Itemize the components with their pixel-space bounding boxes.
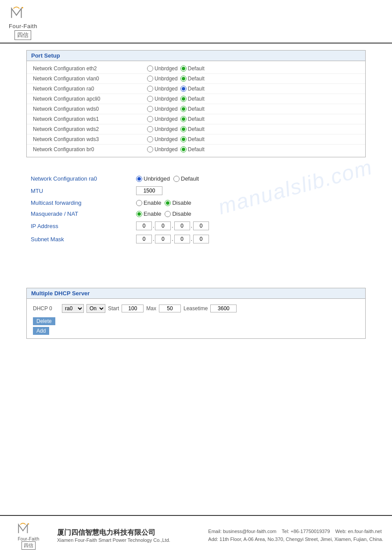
masquerade-enable-radio[interactable] — [136, 211, 142, 217]
unbridged-option-br0[interactable]: Unbrdged — [147, 146, 178, 152]
config-row-wds1: Network Configuration wds1 Unbrdged Defa… — [27, 114, 365, 124]
subnet-octet-4[interactable] — [193, 235, 209, 243]
detail-row-subnet: Subnet Mask . . . — [31, 232, 361, 246]
default-radio-wds3[interactable] — [180, 136, 187, 142]
default-option-wds3[interactable]: Default — [180, 136, 205, 142]
subnet-value-container: . . . — [136, 235, 209, 243]
logo-area: Four-Faith 四信 — [9, 4, 37, 40]
config-row-br0: Network Configuration br0 Unbrdged Defau… — [27, 145, 365, 154]
dhcp-leasetime-input[interactable] — [210, 305, 237, 312]
footer-company-name-block: 厦门四信智慧电力科技有限公司 Xiamen Four-Faith Smart P… — [57, 528, 170, 543]
unbridged-option-ra0[interactable]: Unbrdged — [147, 86, 178, 92]
default-option-ra0[interactable]: Default — [180, 86, 205, 92]
default-radio-ra0[interactable] — [180, 86, 187, 92]
default-option-apcli0[interactable]: Default — [180, 96, 205, 102]
default-option-wds1[interactable]: Default — [180, 116, 205, 122]
masquerade-enable-option[interactable]: Enable — [136, 210, 161, 217]
multicast-disable-radio[interactable] — [165, 200, 171, 206]
unbridged-radio-apcli0[interactable] — [147, 96, 153, 102]
unbridged-detail-radio[interactable] — [136, 176, 142, 182]
unbridged-option-wds0[interactable]: Unbrdged — [147, 106, 178, 112]
config-row-wds0: Network Configuration wds0 Unbrdged Defa… — [27, 104, 365, 114]
unbridged-radio-br0[interactable] — [147, 146, 153, 152]
unbridged-detail-option[interactable]: Unbridged — [136, 175, 170, 182]
radio-group-apcli0: Unbrdged Default — [147, 96, 205, 102]
footer-web-value: en.four-faith.net — [348, 529, 381, 534]
default-option-wds2[interactable]: Default — [180, 126, 205, 132]
config-label-wds3: Network Configuration wds3 — [33, 136, 147, 142]
default-detail-radio[interactable] — [173, 176, 180, 182]
config-label-wds0: Network Configuration wds0 — [33, 106, 147, 112]
multicast-disable-option[interactable]: Disable — [165, 200, 191, 206]
config-row-vlan0: Network Configuration vlan0 Unbrdged Def… — [27, 74, 365, 84]
unbridged-option-wds1[interactable]: Unbrdged — [147, 116, 178, 122]
config-row-apcli0: Network Configuration apcli0 Unbrdged De… — [27, 94, 365, 104]
unbridged-radio-eth2[interactable] — [147, 65, 153, 72]
multicast-enable-radio[interactable] — [136, 200, 142, 206]
detail-row-ip: IP Address . . . — [31, 219, 361, 232]
default-radio-wds2[interactable] — [180, 126, 187, 132]
radio-group-vlan0: Unbrdged Default — [147, 76, 205, 82]
default-radio-eth2[interactable] — [180, 65, 187, 72]
mtu-input[interactable] — [136, 186, 162, 195]
masquerade-disable-option[interactable]: Disable — [165, 210, 191, 217]
unbridged-option-wds3[interactable]: Unbrdged — [147, 136, 178, 142]
default-radio-vlan0[interactable] — [180, 76, 187, 82]
ip-octet-3[interactable] — [174, 221, 190, 230]
unbridged-option-eth2[interactable]: Unbrdged — [147, 65, 178, 72]
config-label-vlan0: Network Configuration vlan0 — [33, 76, 147, 82]
footer-brand-en: Four-Faith — [18, 537, 39, 541]
unbridged-radio-wds1[interactable] — [147, 116, 153, 122]
default-option-eth2[interactable]: Default — [180, 65, 205, 72]
ip-octet-1[interactable] — [136, 221, 152, 230]
dhcp-max-input[interactable] — [159, 305, 181, 312]
ip-octet-4[interactable] — [193, 221, 209, 230]
unbridged-radio-ra0[interactable] — [147, 86, 153, 92]
multicast-enable-option[interactable]: Enable — [136, 200, 161, 206]
subnet-label: Subnet Mask — [31, 236, 136, 243]
unbridged-option-apcli0[interactable]: Unbrdged — [147, 96, 178, 102]
default-radio-wds0[interactable] — [180, 106, 187, 112]
default-radio-br0[interactable] — [180, 146, 187, 152]
unbridged-radio-vlan0[interactable] — [147, 76, 153, 82]
default-radio-apcli0[interactable] — [180, 96, 187, 102]
subnet-octet-3[interactable] — [174, 235, 190, 243]
radio-group-wds2: Unbrdged Default — [147, 126, 205, 132]
subnet-octet-2[interactable] — [155, 235, 171, 243]
default-detail-option[interactable]: Default — [173, 175, 199, 182]
unbridged-radio-wds3[interactable] — [147, 136, 153, 142]
header: Four-Faith 四信 — [0, 0, 392, 44]
dhcp-add-container: Add — [33, 327, 359, 335]
dhcp-start-label: Start — [108, 305, 119, 312]
default-radio-wds1[interactable] — [180, 116, 187, 122]
default-option-br0[interactable]: Default — [180, 146, 205, 152]
config-row-wds2: Network Configuration wds2 Unbrdged Defa… — [27, 124, 365, 134]
multicast-value-container: Enable Disable — [136, 200, 191, 206]
config-label-wds1: Network Configuration wds1 — [33, 116, 147, 122]
footer-email-value: business@four-faith.com — [223, 529, 277, 534]
ip-octet-2[interactable] — [155, 221, 171, 230]
unbridged-radio-wds0[interactable] — [147, 106, 153, 112]
masquerade-label: Masquerade / NAT — [31, 210, 136, 217]
dhcp-add-button[interactable]: Add — [33, 327, 49, 335]
dhcp-interface-select[interactable]: ra0 eth0 eth1 br0 — [62, 304, 84, 313]
ip-label: IP Address — [31, 223, 136, 229]
unbridged-option-vlan0[interactable]: Unbrdged — [147, 76, 178, 82]
config-row-ra0: Network Configuration ra0 Unbrdged Defau… — [27, 84, 365, 94]
default-option-vlan0[interactable]: Default — [180, 76, 205, 82]
dhcp-leasetime-label: Leasetime — [183, 305, 208, 312]
footer-info: Email: business@four-faith.com Tel: +86-… — [208, 528, 383, 543]
unbridged-radio-wds2[interactable] — [147, 126, 153, 132]
detail-row-network-config: Network Configuration ra0 Unbridged Defa… — [31, 173, 361, 184]
masquerade-disable-radio[interactable] — [165, 211, 171, 217]
dhcp-delete-button[interactable]: Delete — [33, 317, 55, 325]
unbridged-option-wds2[interactable]: Unbrdged — [147, 126, 178, 132]
subnet-octet-1[interactable] — [136, 235, 152, 243]
config-row-wds3: Network Configuration wds3 Unbrdged Defa… — [27, 134, 365, 145]
radio-group-wds1: Unbrdged Default — [147, 116, 205, 122]
config-label-wds2: Network Configuration wds2 — [33, 126, 147, 132]
config-label-ra0: Network Configuration ra0 — [33, 86, 147, 92]
dhcp-onoff-select[interactable]: On Off — [86, 304, 105, 313]
dhcp-start-input[interactable] — [122, 305, 144, 312]
default-option-wds0[interactable]: Default — [180, 106, 205, 112]
